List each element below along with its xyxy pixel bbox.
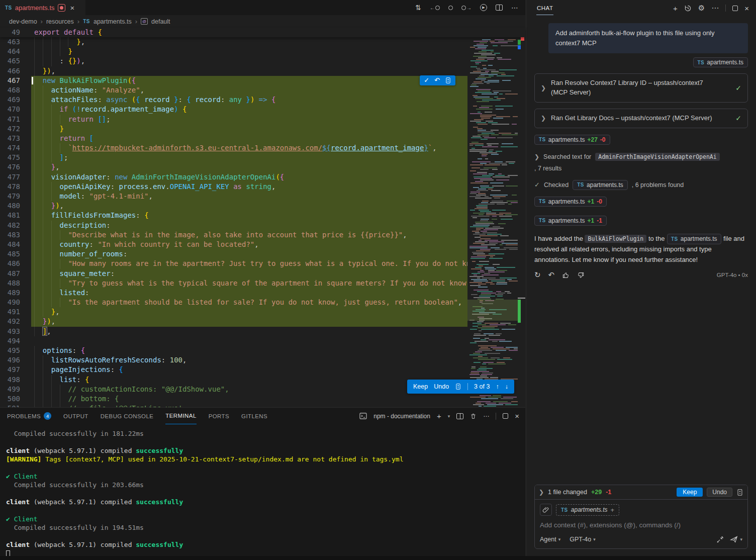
code-line-494[interactable]: 494 [0, 336, 525, 346]
code-line-500[interactable]: 500// bottom: { [0, 394, 525, 404]
panel-tab-problems[interactable]: PROBLEMS4 [7, 408, 51, 424]
code-line-480[interactable]: 480}), [0, 201, 525, 211]
code-line-475[interactable]: 475]; [0, 153, 525, 162]
close-tab-icon[interactable]: × [70, 4, 75, 12]
close-chat-icon[interactable]: × [744, 4, 749, 13]
chat-input-area[interactable]: TS apartments.ts + Add context (#), exte… [535, 500, 747, 548]
thumbs-down-icon[interactable] [577, 271, 585, 279]
edited-file-pill[interactable]: TS apartments.ts +27 -0 [534, 135, 610, 145]
code-line-469[interactable]: 469attachFiles: async ({ record }: { rec… [0, 95, 525, 105]
panel-tab-ports[interactable]: PORTS [209, 408, 229, 424]
breadcrumb-root[interactable]: dev-demo [9, 18, 37, 25]
code-line-495[interactable]: 495options: { [0, 346, 525, 355]
code-line-488[interactable]: 488"Try to guess what is the typical squ… [0, 278, 525, 288]
chat-input[interactable]: Add context (#), extensions (@), command… [540, 521, 742, 529]
maximize-panel-icon[interactable] [503, 413, 508, 419]
code-line-477[interactable]: 477visionAdapter: new AdminForthImageVis… [0, 172, 525, 182]
search-event-row[interactable]: ❯ Searched text for AdminForthImageVisio… [534, 153, 748, 172]
chevron-right-icon[interactable]: ❯ [539, 489, 544, 496]
code-line-501[interactable]: 501// file: '@@/TopLine.vue' [0, 404, 525, 407]
send-button[interactable]: ▾ [730, 535, 742, 543]
history-icon[interactable] [684, 5, 692, 12]
accept-change-icon[interactable]: ✓ [424, 77, 429, 84]
mode-selector[interactable]: Agent▾ [540, 536, 560, 543]
next-change-icon[interactable]: → [461, 5, 471, 11]
more-actions-icon[interactable]: ⋯ [483, 413, 489, 420]
keep-button[interactable]: Keep [413, 383, 428, 390]
code-line-478[interactable]: 478openAiApiKey: process.env.OPENAI_API_… [0, 182, 525, 192]
breadcrumb-file[interactable]: apartments.ts [93, 18, 132, 25]
attach-context-button[interactable] [540, 504, 552, 516]
undo-response-icon[interactable]: ↶ [548, 270, 555, 279]
open-diff-icon[interactable] [455, 383, 461, 390]
next-change-arrow-icon[interactable]: ↓ [505, 383, 508, 390]
code-line-466[interactable]: 466}), [0, 66, 525, 76]
attached-file-pill[interactable]: TS apartments.ts [693, 57, 748, 67]
panel-tab-output[interactable]: OUTPUT [63, 408, 88, 424]
breadcrumb[interactable]: dev-demo › resources › TS apartments.ts … [0, 15, 525, 28]
code-line-489[interactable]: 489listed: [0, 288, 525, 298]
response-file-pill[interactable]: TSapartments.ts [667, 234, 721, 244]
new-chat-icon[interactable]: + [673, 4, 678, 13]
add-context-icon[interactable]: + [610, 506, 614, 514]
checked-file-pill[interactable]: TS apartments.ts [573, 180, 627, 190]
code-line-468[interactable]: 468actionName: "Analyze", [0, 85, 525, 95]
panel-tab-debug-console[interactable]: DEBUG CONSOLE [101, 408, 154, 424]
model-selector[interactable]: GPT-4o▾ [570, 536, 596, 543]
tool-call-get-library-docs[interactable]: ❯ Ran Get Library Docs – upstash/context… [534, 109, 748, 128]
code-line-465[interactable]: 465: {}), [0, 56, 525, 66]
code-line-482[interactable]: 482description: [0, 221, 525, 230]
code-viewport[interactable]: 463},464}465: {}),466}),467new BulkAiFlo… [0, 37, 525, 407]
code-line-472[interactable]: 472} [0, 124, 525, 134]
terminal-output[interactable]: Compiled successfully in 181.22msclient … [0, 424, 525, 557]
edited-file-pill[interactable]: TS apartments.ts +1 -1 [534, 216, 607, 226]
tools-icon[interactable] [716, 536, 724, 543]
panel-tab-terminal[interactable]: TERMINAL [165, 408, 196, 424]
open-diff-icon[interactable] [445, 77, 451, 84]
code-line-492[interactable]: 492}), [0, 317, 525, 326]
regenerate-icon[interactable]: ↻ [534, 270, 541, 279]
run-file-icon[interactable]: ▶ [480, 4, 487, 11]
sticky-scroll-line[interactable]: 49 export default { [0, 28, 525, 37]
previous-change-arrow-icon[interactable]: ↑ [496, 383, 499, 390]
code-line-470[interactable]: 470if (!record.apartment_image) { [0, 105, 525, 114]
split-terminal-icon[interactable] [456, 413, 463, 419]
maximize-chat-icon[interactable] [732, 6, 738, 11]
more-actions-icon[interactable]: ⋯ [511, 4, 518, 12]
undo-button[interactable]: Undo [434, 383, 449, 390]
close-panel-icon[interactable]: × [515, 412, 519, 420]
kill-terminal-icon[interactable] [470, 413, 477, 420]
previous-change-icon[interactable]: ← [430, 5, 440, 11]
breadcrumb-symbol[interactable]: default [151, 18, 170, 25]
overview-ruler[interactable] [518, 37, 525, 407]
code-line-479[interactable]: 479model: "gpt-4.1-mini", [0, 192, 525, 201]
code-line-490[interactable]: 490"Is the apartment should be listed fo… [0, 298, 525, 307]
tool-call-resolve-library[interactable]: ❯ Ran Resolve Context7 Library ID – upst… [534, 73, 748, 103]
more-actions-icon[interactable]: ⋯ [711, 4, 719, 13]
current-change-icon[interactable] [448, 6, 453, 10]
code-line-473[interactable]: 473return [ [0, 134, 525, 143]
compare-changes-icon[interactable]: ⇅ [415, 4, 421, 12]
code-line-487[interactable]: 487square_meter: [0, 269, 525, 278]
code-line-486[interactable]: 486"How many rooms are in the apartment?… [0, 259, 525, 268]
code-line-481[interactable]: 481fillFieldsFromImages: { [0, 211, 525, 220]
keep-all-button[interactable]: Keep [677, 488, 703, 497]
panel-tab-gitlens[interactable]: GITLENS [241, 408, 267, 424]
terminal-dropdown-icon[interactable]: ▾ [448, 414, 450, 419]
code-line-491[interactable]: 491}, [0, 307, 525, 317]
code-line-485[interactable]: 485number_of_rooms: [0, 249, 525, 259]
terminal-process-label[interactable]: npm - documentation [373, 413, 430, 420]
code-line-464[interactable]: 464} [0, 47, 525, 56]
tab-apartments-ts[interactable]: TS apartments.ts × [0, 0, 85, 15]
discard-change-icon[interactable]: ↶ [434, 77, 440, 84]
code-line-474[interactable]: 474`https://tmpbucket-adminforth.s3.eu-c… [0, 143, 525, 153]
breadcrumb-folder[interactable]: resources [46, 18, 74, 25]
code-line-496[interactable]: 496listRowsAutoRefreshSeconds: 100, [0, 355, 525, 365]
gear-icon[interactable]: ⚙ [698, 4, 705, 13]
code-line-471[interactable]: 471return []; [0, 115, 525, 124]
current-file-context-chip[interactable]: TS apartments.ts + [556, 504, 619, 516]
code-line-484[interactable]: 484country: "In which country it can be … [0, 240, 525, 249]
view-diff-icon[interactable] [736, 489, 743, 496]
chat-tab[interactable]: CHAT [536, 1, 553, 15]
edited-file-pill[interactable]: TS apartments.ts +1 -0 [534, 197, 607, 207]
